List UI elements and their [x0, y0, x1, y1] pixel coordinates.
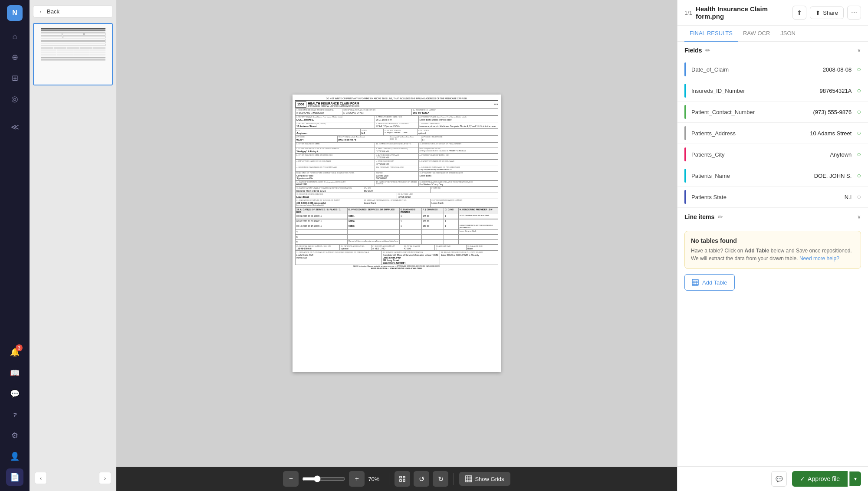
no-tables-box: No tables found Have a table? Click on A… — [684, 231, 861, 269]
approve-bar: 💬 ✓ Approve file ▾ — [677, 466, 868, 491]
field-name-contact: Patient_Contact_Number — [691, 109, 808, 115]
field-value-contact: (973) 555-9876 — [813, 109, 852, 115]
file-title: Health Insurance Claim form.png — [696, 5, 789, 20]
right-header-actions: ⬆ ⬆ Share ⋯ — [792, 6, 861, 20]
field-row-date-of-claim: Date_of_Claim 2008-08-08 ○ — [677, 59, 868, 80]
more-options-button[interactable]: ⋯ — [847, 6, 861, 20]
fields-section-header-left: Fields ✏ — [684, 47, 710, 54]
more-icon: ⋯ — [851, 9, 857, 16]
add-icon: ⊕ — [12, 52, 18, 62]
thumbnail-preview — [34, 24, 112, 85]
home-icon: ⌂ — [13, 32, 17, 41]
toolbar-divider-2 — [454, 473, 454, 485]
tab-raw-ocr[interactable]: RAW OCR — [738, 26, 775, 42]
download-button[interactable]: ⬆ — [792, 6, 806, 20]
sidebar-item-compass[interactable]: ◎ — [6, 90, 23, 108]
thumbnail-item-1[interactable] — [33, 23, 113, 85]
field-row-state: Patients State N.I ○ — [677, 187, 868, 208]
rotate-left-button[interactable]: ↺ — [414, 471, 429, 487]
svg-rect-3 — [403, 480, 405, 481]
next-page-button[interactable]: › — [99, 472, 111, 484]
field-check-city: ○ — [857, 151, 861, 158]
no-tables-title: No tables found — [691, 237, 855, 244]
add-table-inline-link[interactable]: Add Table — [744, 248, 769, 254]
document-page: DO NOT WRITE OR PRINT ANY INFORMATION AB… — [293, 95, 501, 372]
line-items-chevron-icon: ∨ — [857, 214, 861, 220]
line-items-edit-icon[interactable]: ✏ — [718, 213, 723, 220]
sidebar-item-document[interactable]: 📄 — [6, 468, 23, 486]
comment-button[interactable]: 💬 — [771, 471, 787, 487]
field-check-date: ○ — [857, 65, 861, 73]
nav-arrows: ‹ › — [33, 470, 113, 486]
sidebar-item-book[interactable]: 📖 — [6, 364, 23, 382]
sidebar-item-settings[interactable]: ⚙ — [6, 427, 23, 444]
user-icon: 👤 — [10, 452, 20, 461]
field-name-city: Patients_City — [691, 151, 825, 158]
line-items-header-left: Line items ✏ — [684, 213, 723, 220]
doc-viewer[interactable]: DO NOT WRITE OR PRINT ANY INFORMATION AB… — [116, 0, 677, 467]
zoom-in-button[interactable]: + — [349, 471, 365, 487]
page-indicator: 1/1 — [684, 10, 692, 16]
sidebar: N ⌂ ⊕ ⊞ ◎ ≪ 🔔 3 📖 💬 ? ⚙ 👤 📄 — [0, 0, 30, 491]
sidebar-item-home[interactable]: ⌂ — [6, 28, 23, 45]
fields-section-title: Fields — [684, 47, 702, 54]
fields-section: Fields ✏ ∨ Date_of_Claim 2008-08-08 ○ In… — [677, 42, 868, 466]
sidebar-item-notifications[interactable]: 🔔 3 — [6, 344, 23, 361]
sidebar-collapse-toggle[interactable]: ≪ — [6, 118, 23, 136]
field-check-name: ○ — [857, 172, 861, 180]
right-header-left: 1/1 Health Insurance Claim form.png — [684, 5, 789, 20]
need-more-help-link[interactable]: Need more help? — [799, 255, 839, 262]
back-arrow-icon: ← — [39, 8, 44, 15]
tab-final-results[interactable]: FINAL RESULTS — [684, 26, 738, 42]
field-check-address: ○ — [857, 129, 861, 137]
field-value-date: 2008-08-08 — [823, 66, 852, 73]
field-check-contact: ○ — [857, 108, 861, 116]
dropdown-arrow-icon: ▾ — [854, 476, 857, 482]
sidebar-item-grid[interactable]: ⊞ — [6, 69, 23, 87]
show-grids-button[interactable]: Show Grids — [459, 472, 510, 486]
table-icon — [692, 279, 699, 286]
line-items-section-header[interactable]: Line items ✏ ∨ — [677, 208, 868, 226]
rotate-right-button[interactable]: ↻ — [433, 471, 448, 487]
checkmark-icon: ✓ — [800, 475, 805, 482]
help-icon: ? — [13, 411, 16, 419]
field-value-id: 987654321A — [820, 88, 852, 94]
field-value-state: N.I — [845, 194, 852, 200]
field-row-contact: Patient_Contact_Number (973) 555-9876 ○ — [677, 101, 868, 123]
app-logo[interactable]: N — [7, 5, 23, 21]
zoom-slider[interactable] — [302, 475, 345, 482]
zoom-slider-container — [302, 475, 345, 482]
fields-section-header[interactable]: Fields ✏ ∨ — [677, 42, 868, 59]
svg-rect-1 — [403, 476, 405, 478]
settings-icon: ⚙ — [11, 431, 18, 440]
field-check-id: ○ — [857, 87, 861, 95]
svg-rect-2 — [400, 480, 401, 481]
field-value-address: 10 Adams Street — [810, 130, 852, 137]
back-button[interactable]: ← Back — [33, 5, 113, 18]
grid-icon: ⊞ — [12, 73, 18, 83]
sidebar-divider-1 — [6, 113, 23, 113]
add-table-button[interactable]: Add Table — [684, 274, 735, 291]
document-active-icon: 📄 — [10, 472, 20, 482]
zoom-out-button[interactable]: − — [283, 471, 299, 487]
sidebar-item-chat[interactable]: 💬 — [6, 385, 23, 403]
notification-badge: 3 — [16, 344, 23, 351]
sidebar-item-add[interactable]: ⊕ — [6, 49, 23, 66]
toolbar-divider-1 — [389, 473, 389, 485]
field-color-bar-address — [684, 126, 686, 140]
fields-edit-icon[interactable]: ✏ — [705, 47, 710, 54]
fit-page-button[interactable] — [395, 471, 410, 487]
approve-file-button[interactable]: ✓ Approve file — [792, 471, 848, 487]
right-header: 1/1 Health Insurance Claim form.png ⬆ ⬆ … — [677, 0, 868, 26]
share-button[interactable]: ⬆ Share — [810, 7, 844, 19]
grid-lines-icon — [465, 475, 472, 482]
sidebar-item-user[interactable]: 👤 — [6, 448, 23, 465]
field-name-patients-name: Patients_Name — [691, 173, 809, 179]
share-icon: ⬆ — [815, 10, 820, 16]
prev-page-button[interactable]: ‹ — [35, 472, 47, 484]
compass-icon: ◎ — [11, 94, 18, 104]
sidebar-item-help[interactable]: ? — [6, 406, 23, 423]
approve-dropdown-button[interactable]: ▾ — [849, 471, 861, 486]
tab-json[interactable]: JSON — [775, 26, 801, 42]
download-icon: ⬆ — [797, 9, 802, 16]
